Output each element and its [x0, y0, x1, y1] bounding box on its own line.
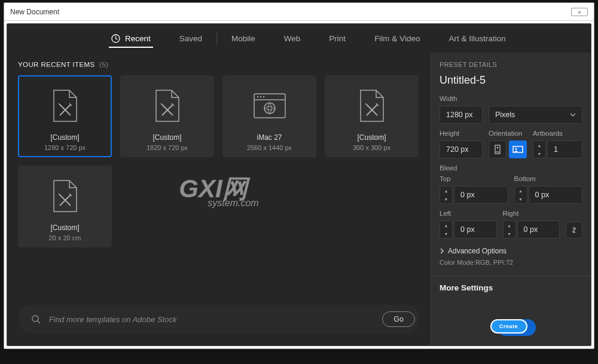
bleed-left-stepper[interactable]: ▲▼ [440, 221, 453, 238]
titlebar: New Document ⨉ [4, 3, 594, 21]
preset-dimensions: 1280 x 720 px [44, 144, 86, 151]
svg-point-10 [497, 147, 499, 149]
bleed-bottom-stepper[interactable]: ▲▼ [514, 186, 527, 204]
svg-rect-11 [513, 146, 523, 152]
bleed-right-stepper[interactable]: ▲▼ [503, 221, 516, 238]
close-button[interactable]: ⨉ [571, 8, 588, 16]
svg-point-3 [257, 96, 258, 97]
right-label: Right [503, 210, 560, 217]
preset-card[interactable]: [Custom]1820 x 720 px [120, 75, 214, 157]
web-preset-icon [253, 89, 286, 123]
clock-icon [111, 34, 120, 43]
preset-card[interactable]: [Custom]1280 x 720 px [18, 75, 112, 157]
bleed-top-input[interactable]: 0 px [454, 186, 508, 204]
chevron-right-icon [440, 248, 444, 254]
window-title: New Document [10, 8, 59, 16]
preset-details-panel: PRESET DETAILS Untitled-5 Width 1280 px … [431, 53, 591, 345]
preset-dimensions: 2560 x 1440 px [247, 144, 292, 151]
orientation-portrait[interactable] [489, 140, 507, 158]
more-settings-button[interactable]: More Settings [440, 283, 582, 292]
bleed-top-stepper[interactable]: ▲▼ [440, 186, 453, 204]
artboards-input[interactable]: 1 [547, 140, 582, 158]
width-input[interactable]: 1280 px [440, 106, 483, 124]
orientation-label: Orientation [489, 130, 527, 137]
color-mode-info: Color Mode:RGB, PPI:72 [440, 259, 582, 266]
preset-dimensions: 300 x 300 px [353, 144, 390, 151]
svg-line-8 [38, 321, 40, 323]
svg-point-4 [260, 96, 261, 97]
preset-dimensions: 20 x 20 cm [49, 234, 81, 241]
chevron-down-icon [570, 112, 576, 118]
advanced-options-toggle[interactable]: Advanced Options [440, 247, 582, 255]
width-label: Width [440, 95, 582, 102]
presets-panel: YOUR RECENT ITEMS (5) [Custom]1280 x 720… [7, 53, 431, 345]
custom-preset-icon [358, 89, 386, 123]
height-label: Height [440, 130, 483, 137]
preset-cards: [Custom]1280 x 720 px[Custom]1820 x 720 … [18, 75, 420, 247]
preset-details-header: PRESET DETAILS [440, 61, 582, 68]
divider [431, 276, 591, 276]
bleed-left-input[interactable]: 0 px [454, 221, 497, 238]
orientation-landscape[interactable] [509, 140, 527, 158]
link-bleed-button[interactable] [566, 222, 582, 238]
recent-items-label: YOUR RECENT ITEMS (5) [18, 61, 420, 68]
artboards-stepper[interactable]: ▲▼ [533, 140, 546, 158]
units-select[interactable]: Pixels [489, 106, 582, 124]
artboards-label: Artboards [533, 130, 582, 137]
dialog-body: YOUR RECENT ITEMS (5) [Custom]1280 x 720… [7, 53, 591, 345]
preset-card[interactable]: iMac 272560 x 1440 px [222, 75, 316, 157]
bleed-label: Bleed [440, 164, 582, 172]
custom-preset-icon [154, 89, 181, 123]
preset-card[interactable]: [Custom]20 x 20 cm [18, 166, 112, 247]
go-button[interactable]: Go [382, 311, 415, 327]
custom-preset-icon [51, 179, 79, 213]
custom-preset-icon [51, 89, 79, 123]
document-name[interactable]: Untitled-5 [440, 74, 582, 87]
stock-search[interactable]: Find more templates on Adobe Stock Go [18, 305, 420, 334]
category-tabs: RecentSavedMobileWebPrintFilm & VideoArt… [7, 24, 591, 53]
left-label: Left [440, 210, 497, 217]
tab-web[interactable]: Web [270, 24, 315, 53]
tab-print[interactable]: Print [315, 24, 360, 53]
tab-recent[interactable]: Recent [97, 24, 165, 53]
preset-name: iMac 27 [257, 133, 282, 142]
svg-point-5 [263, 96, 264, 97]
tab-art-illustration[interactable]: Art & Illustration [434, 24, 520, 53]
preset-card[interactable]: [Custom]300 x 300 px [325, 75, 419, 157]
search-placeholder: Find more templates on Adobe Stock [49, 315, 374, 324]
search-icon [31, 314, 41, 324]
preset-dimensions: 1820 x 720 px [147, 144, 188, 151]
bleed-bottom-input[interactable]: 0 px [529, 186, 583, 204]
create-button[interactable]: Create [490, 318, 532, 336]
bleed-right-input[interactable]: 0 px [517, 221, 560, 238]
bottom-label: Bottom [514, 175, 583, 182]
preset-name: [Custom] [152, 133, 181, 142]
tab-film-video[interactable]: Film & Video [360, 24, 434, 53]
svg-point-6 [264, 103, 275, 114]
preset-name: [Custom] [50, 133, 79, 142]
dialog-content: RecentSavedMobileWebPrintFilm & VideoArt… [7, 23, 591, 346]
tab-saved[interactable]: Saved [165, 24, 216, 53]
preset-name: [Custom] [357, 133, 386, 142]
top-label: Top [440, 175, 508, 182]
svg-point-12 [515, 148, 517, 150]
preset-name: [Custom] [50, 224, 79, 232]
tab-mobile[interactable]: Mobile [217, 24, 270, 53]
new-document-window: New Document ⨉ RecentSavedMobileWebPrint… [4, 2, 594, 349]
svg-rect-1 [254, 94, 285, 118]
svg-point-7 [32, 316, 38, 322]
link-icon [570, 226, 578, 234]
height-input[interactable]: 720 px [440, 140, 483, 158]
